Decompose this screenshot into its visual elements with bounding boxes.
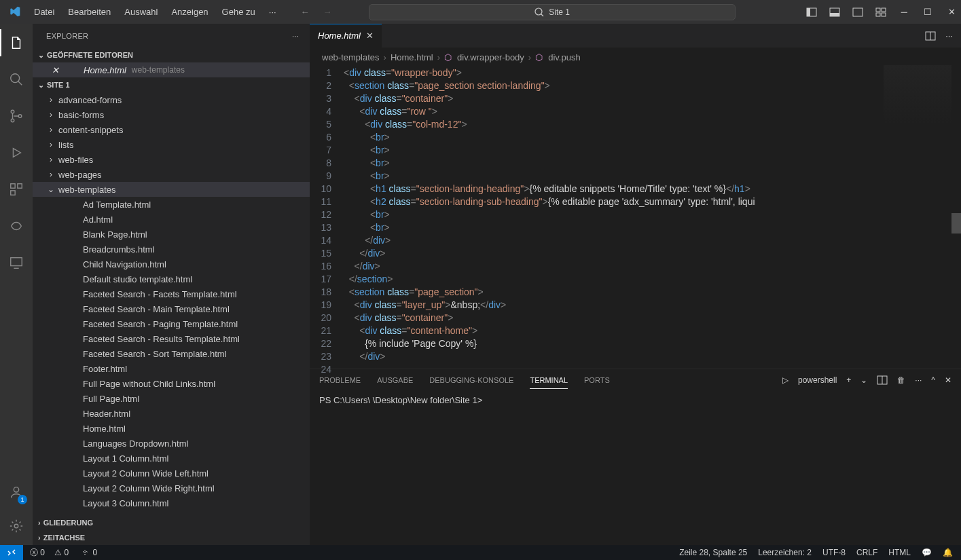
statusbar: ⓧ 0 ⚠ 0 ᯤ 0 Zeile 28, Spalte 25 Leerzeic…: [0, 545, 961, 560]
file-item[interactable]: Home.html: [33, 421, 310, 436]
status-feedback-icon[interactable]: 💬: [922, 548, 932, 557]
code-area[interactable]: 123456789101112131415161718192021222324 …: [310, 65, 961, 369]
outline-header[interactable]: ›GLIEDERUNG: [33, 515, 310, 530]
folder-web-files[interactable]: ›web-files: [33, 152, 310, 167]
command-center-search[interactable]: Site 1: [369, 4, 736, 20]
sidebar-more-icon[interactable]: ···: [292, 32, 299, 40]
file-item[interactable]: Ad Template.html: [33, 197, 310, 212]
file-item[interactable]: Layout 2 Column Wide Left.html: [33, 466, 310, 481]
activity-remote-icon[interactable]: [0, 249, 33, 276]
activity-extensions-icon[interactable]: [0, 176, 33, 203]
activity-accounts-icon[interactable]: 1: [0, 479, 33, 506]
file-item[interactable]: Ad.html: [33, 212, 310, 227]
file-item[interactable]: Full Page without Child Links.html: [33, 376, 310, 391]
breadcrumbs[interactable]: web-templates› Home.html› ⬡div.wrapper-b…: [310, 49, 961, 65]
status-cursor-position[interactable]: Zeile 28, Spalte 25: [679, 548, 747, 557]
layout-panel-bottom-icon[interactable]: [829, 7, 840, 18]
editor-more-icon[interactable]: ···: [945, 31, 953, 41]
menu-overflow-icon[interactable]: ···: [264, 4, 282, 20]
file-item[interactable]: Full Page.html: [33, 391, 310, 406]
folder-web-templates[interactable]: ⌄web-templates: [33, 182, 310, 197]
layout-panel-left-icon[interactable]: [806, 7, 817, 18]
remote-indicator-icon[interactable]: [0, 545, 23, 560]
terminal-kill-icon[interactable]: 🗑: [897, 375, 905, 385]
panel-tab-terminal[interactable]: TERMINAL: [530, 372, 568, 389]
breadcrumb-item[interactable]: Home.html: [391, 52, 433, 62]
activity-explorer-icon[interactable]: [0, 29, 33, 56]
menu-selection[interactable]: Auswahl: [119, 4, 163, 20]
workspace-header[interactable]: ⌄SITE 1: [33, 77, 310, 92]
file-item[interactable]: Layout 2 Column Wide Right.html: [33, 481, 310, 496]
status-warnings[interactable]: ⚠ 0: [54, 548, 69, 557]
breadcrumb-item[interactable]: web-templates: [322, 52, 380, 62]
file-item[interactable]: Layout 1 Column.html: [33, 451, 310, 466]
terminal-split-icon[interactable]: [877, 375, 888, 386]
terminal-shell-label[interactable]: powershell: [798, 375, 837, 385]
file-item[interactable]: Faceted Search - Paging Template.html: [33, 316, 310, 331]
status-notifications-icon[interactable]: 🔔: [943, 548, 953, 557]
folder-lists[interactable]: ›lists: [33, 137, 310, 152]
minimap[interactable]: [884, 65, 951, 125]
file-item[interactable]: Languages Dropdown.html: [33, 436, 310, 451]
folder-basic-forms[interactable]: ›basic-forms: [33, 107, 310, 122]
file-item[interactable]: Faceted Search - Results Template.html: [33, 331, 310, 346]
panel-tab-ausgabe[interactable]: AUSGABE: [377, 372, 413, 388]
file-item[interactable]: Breadcrumbs.html: [33, 242, 310, 257]
window-minimize-icon[interactable]: ─: [901, 7, 907, 17]
scrollbar-track[interactable]: [951, 65, 961, 369]
folder-advanced-forms[interactable]: ›advanced-forms: [33, 92, 310, 107]
file-item[interactable]: Layout 3 Column.html: [33, 496, 310, 510]
tab-home-html[interactable]: Home.html ✕: [310, 24, 382, 48]
activity-search-icon[interactable]: [0, 66, 33, 93]
status-indent[interactable]: Leerzeichen: 2: [758, 548, 812, 557]
timeline-header[interactable]: ›ZEITACHSE: [33, 530, 310, 545]
breadcrumb-item[interactable]: div.push: [548, 52, 580, 62]
file-item[interactable]: Blank Page.html: [33, 227, 310, 242]
split-editor-icon[interactable]: [925, 31, 936, 41]
file-item[interactable]: Footer.html: [33, 361, 310, 376]
file-item[interactable]: Faceted Search - Main Template.html: [33, 301, 310, 316]
terminal-dropdown-icon[interactable]: ⌄: [860, 375, 867, 385]
panel-tab-ports[interactable]: PORTS: [584, 372, 610, 388]
terminal-body[interactable]: PS C:\Users\ \Desktop\New folder\Site 1>: [310, 391, 961, 545]
folder-content-snippets[interactable]: ›content-snippets: [33, 122, 310, 137]
nav-forward-icon[interactable]: →: [323, 7, 332, 17]
code-view[interactable]: <div class="wrapper-body"> <section clas…: [344, 65, 961, 369]
folder-web-pages[interactable]: ›web-pages: [33, 167, 310, 182]
file-item[interactable]: Header.html: [33, 406, 310, 421]
status-encoding[interactable]: UTF-8: [822, 548, 846, 557]
activity-settings-icon[interactable]: [0, 512, 33, 540]
breadcrumb-item[interactable]: div.wrapper-body: [457, 52, 524, 62]
tab-close-icon[interactable]: ✕: [366, 31, 374, 41]
layout-panel-right-icon[interactable]: [852, 7, 863, 18]
menu-file[interactable]: Datei: [29, 4, 60, 20]
window-close-icon[interactable]: ✕: [948, 7, 956, 17]
open-editors-header[interactable]: ⌄GEÖFFNETE EDITOREN: [33, 48, 310, 62]
window-maximize-icon[interactable]: ☐: [924, 7, 932, 17]
status-ports[interactable]: ᯤ 0: [82, 548, 97, 557]
panel-maximize-icon[interactable]: ^: [931, 375, 935, 385]
panel-tab-debug[interactable]: DEBUGGING-KONSOLE: [429, 372, 513, 388]
nav-back-icon[interactable]: ←: [301, 7, 310, 17]
file-item[interactable]: Faceted Search - Sort Template.html: [33, 346, 310, 361]
activity-powerpages-icon[interactable]: [0, 212, 33, 240]
status-eol[interactable]: CRLF: [856, 548, 877, 557]
terminal-more-icon[interactable]: ···: [915, 375, 922, 385]
menu-view[interactable]: Anzeigen: [166, 4, 213, 20]
scrollbar-thumb[interactable]: [951, 213, 961, 234]
activity-debug-icon[interactable]: [0, 139, 33, 166]
menu-edit[interactable]: Bearbeiten: [62, 4, 116, 20]
menu-go[interactable]: Gehe zu: [217, 4, 261, 20]
panel-close-icon[interactable]: ✕: [945, 375, 951, 385]
open-editor-item[interactable]: ✕ Home.html web-templates: [33, 62, 310, 77]
file-item[interactable]: Default studio template.html: [33, 272, 310, 286]
terminal-shell-icon[interactable]: ▷: [782, 375, 788, 385]
file-item[interactable]: Child Navigation.html: [33, 257, 310, 272]
status-errors[interactable]: ⓧ 0: [30, 547, 45, 559]
close-editor-icon[interactable]: ✕: [52, 65, 59, 75]
activity-scm-icon[interactable]: [0, 102, 33, 130]
file-item[interactable]: Faceted Search - Facets Template.html: [33, 286, 310, 301]
terminal-new-icon[interactable]: +: [846, 375, 851, 385]
layout-customize-icon[interactable]: [875, 7, 886, 18]
status-language[interactable]: HTML: [888, 548, 911, 557]
